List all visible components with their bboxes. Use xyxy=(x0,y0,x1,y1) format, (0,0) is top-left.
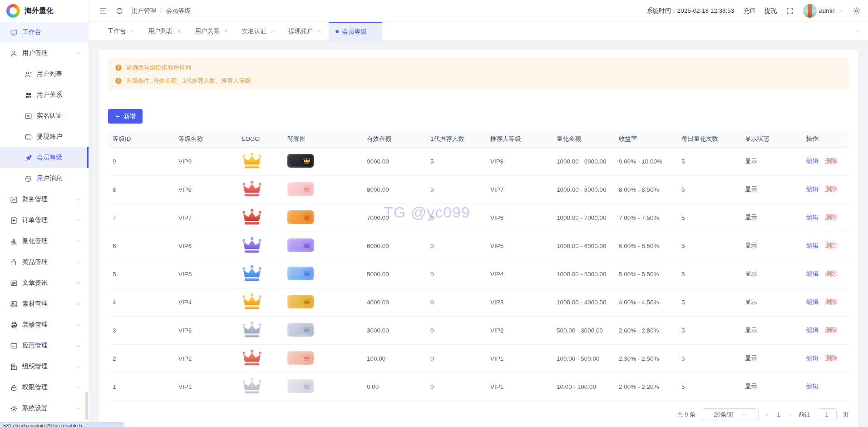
actions-cell: 编辑删除 xyxy=(802,204,849,232)
tab-close-icon[interactable] xyxy=(370,29,375,34)
background-image-cell xyxy=(283,204,362,232)
page-size-select[interactable]: 20条/页 xyxy=(702,408,759,421)
sidebar-item-14[interactable]: 素材管理 xyxy=(0,293,89,314)
sidebar-item-15[interactable]: 装修管理 xyxy=(0,314,89,335)
pagination-total: 共 9 条 xyxy=(677,411,695,419)
column-header: 1代推荐人数 xyxy=(426,131,486,147)
delete-link[interactable]: 删除 xyxy=(825,298,837,305)
sidebar-item-8[interactable]: 用户消息 xyxy=(0,168,89,189)
edit-link[interactable]: 编辑 xyxy=(806,298,819,305)
fullscreen-icon[interactable] xyxy=(786,7,794,15)
chevron-down-icon xyxy=(75,301,81,307)
sidebar-item-7[interactable]: 会员等级 xyxy=(0,147,89,168)
tab-3[interactable]: 用户关系 xyxy=(188,22,235,40)
column-header: 每日量化次数 xyxy=(677,131,740,147)
sidebar-item-5[interactable]: 实名认证 xyxy=(0,105,89,126)
referrer-level-cell: VIP5 xyxy=(486,232,552,260)
tab-5[interactable]: 提现账户 xyxy=(282,22,329,40)
delete-link[interactable]: 删除 xyxy=(825,214,837,221)
background-image-cell xyxy=(283,260,362,288)
sidebar-item-label: 权限管理 xyxy=(22,383,48,392)
sidebar-item-6[interactable]: 提现账户 xyxy=(0,126,89,147)
column-header: LOGO xyxy=(237,131,283,147)
sidebar-item-label: 组织管理 xyxy=(22,362,48,371)
delete-link[interactable]: 删除 xyxy=(825,327,837,333)
level-name-cell: VIP4 xyxy=(174,288,237,316)
sidebar-item-9[interactable]: 财务管理 xyxy=(0,189,89,210)
delete-link[interactable]: 删除 xyxy=(825,355,837,362)
tab-close-icon[interactable] xyxy=(130,29,135,34)
sidebar-item-19[interactable]: 系统设置 xyxy=(0,398,89,419)
edit-link[interactable]: 编辑 xyxy=(806,186,819,193)
brand[interactable]: 海外量化 xyxy=(0,0,89,22)
background-image xyxy=(287,182,314,196)
background-image-cell xyxy=(283,147,362,175)
edit-link[interactable]: 编辑 xyxy=(806,158,819,164)
edit-link[interactable]: 编辑 xyxy=(806,355,819,362)
sidebar-scrollbar[interactable] xyxy=(85,392,88,420)
refresh-icon[interactable] xyxy=(115,7,123,15)
brand-name: 海外量化 xyxy=(25,6,54,16)
status-text: 显示 xyxy=(740,175,802,204)
rate-cell: 9.00% - 10.00% xyxy=(614,147,677,175)
tab-4[interactable]: 实名认证 xyxy=(235,22,282,40)
sidebar-item-17[interactable]: 组织管理 xyxy=(0,356,89,377)
status-text: 显示 xyxy=(740,372,802,401)
goto-page-input[interactable] xyxy=(817,408,837,421)
sidebar-item-4[interactable]: 用户关系 xyxy=(0,84,89,105)
sidebar-item-1[interactable]: 工作台 xyxy=(0,22,89,43)
table-row: 3VIP33000.000VIP2500.00 - 3000.002.60% -… xyxy=(108,316,849,344)
chevron-down-icon xyxy=(838,8,843,14)
level-name-cell: VIP7 xyxy=(174,204,237,232)
sidebar-item-label: 财务管理 xyxy=(22,195,48,204)
sidebar-item-3[interactable]: 用户列表 xyxy=(0,64,89,84)
current-page[interactable]: 1 xyxy=(775,411,782,418)
status-text: 显示 xyxy=(740,232,802,260)
recharge-button[interactable]: 充值 xyxy=(743,7,755,15)
valid-amount-cell: 9000.00 xyxy=(362,147,426,175)
edit-link[interactable]: 编辑 xyxy=(806,214,819,221)
add-button[interactable]: 新增 xyxy=(108,109,143,124)
edit-link[interactable]: 编辑 xyxy=(806,270,819,277)
tab-close-icon[interactable] xyxy=(177,29,182,34)
sidebar-item-16[interactable]: 应用管理 xyxy=(0,335,89,356)
delete-link[interactable]: 删除 xyxy=(825,242,837,249)
gear-icon[interactable] xyxy=(853,7,861,15)
column-header: 收益率 xyxy=(614,131,677,147)
background-image-cell xyxy=(283,232,362,260)
column-header: 显示状态 xyxy=(740,131,802,147)
avatar[interactable] xyxy=(803,4,817,18)
tab-1[interactable]: 工作台 xyxy=(101,22,142,40)
table-header-row: 等级ID等级名称LOGO背景图有效金额1代推荐人数推荐人等级量化金额收益率每日量… xyxy=(108,131,849,147)
tab-close-icon[interactable] xyxy=(270,29,275,34)
quant-amount-cell: 1000.00 - 9000.00 xyxy=(552,147,614,175)
prev-page-button[interactable]: ‹ xyxy=(765,411,769,418)
collapse-menu-icon[interactable] xyxy=(99,7,107,15)
gen1-referrals-cell: 0 xyxy=(426,372,486,401)
next-page-button[interactable]: › xyxy=(789,411,792,418)
sidebar-item-2[interactable]: 用户管理 xyxy=(0,43,89,64)
sidebar-item-13[interactable]: 文章资讯 xyxy=(0,273,89,293)
finance-icon xyxy=(10,196,18,204)
app-icon xyxy=(10,342,18,350)
edit-link[interactable]: 编辑 xyxy=(806,327,819,333)
tab-6[interactable]: 会员等级 xyxy=(329,22,382,40)
tabs-chevron-down-icon[interactable] xyxy=(848,28,868,35)
breadcrumb-item[interactable]: 用户管理 xyxy=(132,7,156,15)
user-menu[interactable]: admin xyxy=(803,4,843,18)
sidebar-item-11[interactable]: 量化管理 xyxy=(0,231,89,252)
tab-close-icon[interactable] xyxy=(223,29,228,34)
delete-link[interactable]: 删除 xyxy=(825,186,837,193)
tab-2[interactable]: 用户列表 xyxy=(142,22,188,40)
withdraw-button[interactable]: 提现 xyxy=(764,7,777,15)
daily-times-cell: 5 xyxy=(677,372,740,401)
edit-link[interactable]: 编辑 xyxy=(806,242,819,249)
delete-link[interactable]: 删除 xyxy=(825,270,837,277)
sidebar-item-18[interactable]: 权限管理 xyxy=(0,377,89,398)
delete-link[interactable]: 删除 xyxy=(825,158,837,164)
tab-close-icon[interactable] xyxy=(317,29,322,34)
sidebar-item-12[interactable]: 奖品管理 xyxy=(0,252,89,273)
logo-cell xyxy=(237,288,283,316)
edit-link[interactable]: 编辑 xyxy=(806,383,819,390)
sidebar-item-10[interactable]: 订单管理 xyxy=(0,210,89,231)
